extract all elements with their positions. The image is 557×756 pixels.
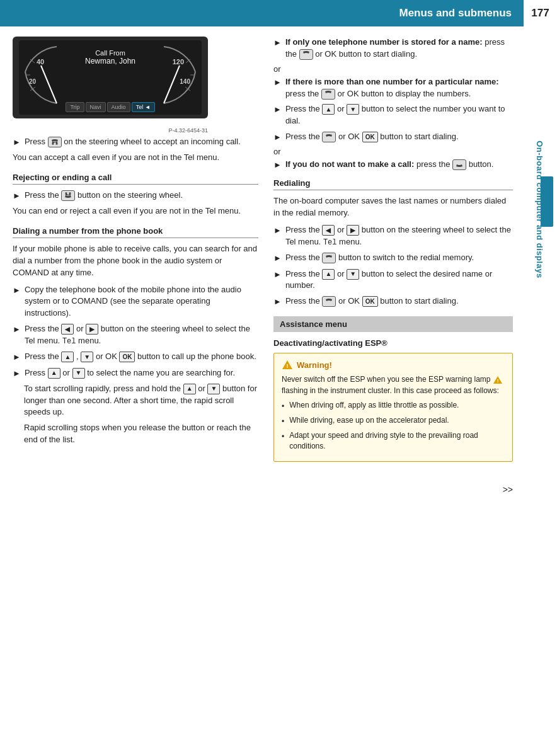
warning-bullet-2: • While driving, ease up on the accelera… bbox=[282, 415, 505, 427]
dashboard-inner: 40 120 20 140 Call From Newman, John Tri… bbox=[19, 40, 202, 115]
down-arrow-icon-pb4: ▼ bbox=[72, 368, 85, 379]
rd-step3-text: Press the ▲ or ▼ button to select the de… bbox=[285, 268, 513, 292]
warning-bullet-text-2: While driving, ease up on the accelerato… bbox=[289, 415, 449, 426]
up-arrow-right: ▲ bbox=[322, 104, 335, 115]
right-arrow-rd: ▶ bbox=[347, 225, 359, 236]
phone-book-intro: If your mobile phone is able to receive … bbox=[13, 243, 258, 279]
accept-call-bullet: ► Press on the steering wheel to accept … bbox=[13, 136, 258, 148]
phone-book-heading: Dialing a number from the phone book bbox=[13, 226, 258, 238]
rd-step3: ► Press the ▲ or ▼ button to select the … bbox=[273, 268, 513, 292]
dot-icon-2: • bbox=[282, 416, 284, 427]
call-display: Call From Newman, John bbox=[85, 49, 135, 66]
esp-warning-icon: ! bbox=[493, 375, 503, 384]
scroll-note: To start scrolling rapidly, press and ho… bbox=[24, 383, 258, 419]
up-arrow-icon-pb3: ▲ bbox=[61, 352, 74, 362]
up-arrow-scroll: ▲ bbox=[183, 384, 196, 394]
bullet-arrow-pb4: ► bbox=[13, 368, 21, 379]
svg-text:!: ! bbox=[497, 378, 499, 384]
nav-bar: Trip Navi Audio Tel ◄ bbox=[35, 102, 186, 112]
page-number: 177 bbox=[522, 0, 557, 26]
speed-140: 140 bbox=[180, 78, 190, 85]
nav-trip: Trip bbox=[66, 102, 84, 112]
pb-step2: ► Press the ◀ or ▶ button on the steerin… bbox=[13, 323, 258, 347]
svg-line-7 bbox=[164, 66, 180, 103]
pb-step2-text: Press the ◀ or ▶ button on the steering … bbox=[25, 323, 258, 347]
pb-step1-text: Copy the telephone book of the mobile ph… bbox=[25, 284, 258, 320]
rd-step4: ► Press the or OK OK button to start dia… bbox=[273, 295, 513, 307]
warning-body: Never switch off the ESP when you see th… bbox=[282, 374, 505, 396]
down-arrow-rd3: ▼ bbox=[347, 269, 359, 280]
up-down-select: ► Press the ▲ or ▼ button to select the … bbox=[273, 103, 513, 127]
phone-accept-icon2 bbox=[299, 49, 313, 60]
accept-call-note: You can accept a call even if you are no… bbox=[13, 152, 258, 164]
nav-navi: Navi bbox=[86, 102, 106, 112]
bullet-arrow-pb1: ► bbox=[13, 285, 21, 296]
call-name: Newman, John bbox=[85, 57, 135, 66]
reject-heading: Rejecting or ending a call bbox=[13, 173, 258, 185]
accept-call-text: Press on the steering wheel to accept an… bbox=[25, 136, 258, 148]
pb-step4-text: Press ▲ or ▼ to select the name you are … bbox=[25, 367, 258, 379]
right-column: ► If only one telephone number is stored… bbox=[273, 37, 519, 468]
up-down-text: Press the ▲ or ▼ button to select the nu… bbox=[285, 103, 513, 127]
down-arrow-scroll: ▼ bbox=[207, 384, 220, 394]
header-title-area: Menus and submenus bbox=[0, 0, 522, 26]
or-1: or bbox=[273, 64, 513, 74]
bullet-arrow-reject: ► bbox=[13, 190, 21, 202]
bullet-arrow-pb3: ► bbox=[13, 352, 21, 363]
pb-step4: ► Press ▲ or ▼ to select the name you ar… bbox=[13, 367, 258, 379]
no-call: ► If you do not want to make a call: pre… bbox=[273, 159, 513, 171]
bullet-arrow-updown: ► bbox=[273, 104, 282, 115]
bullet-arrow-nocall: ► bbox=[273, 159, 282, 171]
warning-box: ! Warning! Never switch off the ESP when… bbox=[273, 353, 513, 461]
nav-tel: Tel ◄ bbox=[132, 102, 155, 112]
bullet-arrow-pb2: ► bbox=[13, 324, 21, 335]
scroll-note2: Rapid scrolling stops when you release t… bbox=[24, 422, 258, 446]
up-arrow-icon-pb4: ▲ bbox=[48, 368, 60, 379]
phone-accept-rd2 bbox=[322, 253, 336, 263]
left-arrow-rd: ◀ bbox=[322, 225, 335, 236]
warning-bullet-3: • Adapt your speed and driving style to … bbox=[282, 430, 505, 452]
svg-text:!: ! bbox=[287, 363, 289, 369]
speed-120: 120 bbox=[173, 58, 184, 66]
right-arrow-icon: ▶ bbox=[86, 324, 98, 335]
pb-step3-text: Press the ▲ , ▼ or OK OK button to call … bbox=[25, 351, 258, 363]
deactivating-heading: Deactivating/activating ESP® bbox=[273, 338, 513, 348]
nav-audio: Audio bbox=[107, 102, 130, 112]
phone-accept-icon bbox=[48, 137, 62, 147]
left-column: 40 120 20 140 Call From Newman, John Tri… bbox=[13, 37, 258, 468]
rd-step2-text: Press the button to switch to the redial… bbox=[285, 252, 513, 264]
reject-text: Press the button on the steering wheel. bbox=[25, 190, 258, 202]
rd-step4-text: Press the or OK OK button to start diali… bbox=[285, 295, 513, 307]
bullet-arrow-accept: ► bbox=[13, 137, 21, 148]
ok-icon-rd4: OK bbox=[362, 296, 378, 307]
warning-title: ! Warning! bbox=[282, 360, 505, 370]
warning-bullet-text-1: When driving off, apply as little thrott… bbox=[289, 400, 459, 411]
pb-step3: ► Press the ▲ , ▼ or OK OK button to cal… bbox=[13, 351, 258, 363]
reject-note: You can end or reject a call even if you… bbox=[13, 205, 258, 217]
svg-line-6 bbox=[41, 66, 57, 103]
phone-end-icon bbox=[61, 190, 75, 201]
bullet-arrow-dial: ► bbox=[273, 132, 282, 143]
start-dial-text: Press the or OK OK button to start diali… bbox=[285, 131, 513, 143]
start-dial: ► Press the or OK OK button to start dia… bbox=[273, 131, 513, 143]
phone-accept-rd4 bbox=[322, 296, 336, 307]
warning-triangle-icon: ! bbox=[282, 360, 293, 370]
phone-accept-icon4 bbox=[322, 132, 336, 142]
down-arrow-right: ▼ bbox=[347, 104, 359, 115]
reject-bullet: ► Press the button on the steering wheel… bbox=[13, 190, 258, 202]
redialing-intro: The on-board computer saves the last nam… bbox=[273, 195, 513, 219]
rd-step1-text: Press the ◀ or ▶ button on the steering … bbox=[285, 224, 513, 248]
bullet-arrow-rd1: ► bbox=[273, 225, 282, 236]
if-one-text: If only one telephone number is stored f… bbox=[285, 37, 513, 60]
if-one-number: ► If only one telephone number is stored… bbox=[273, 37, 513, 60]
warning-bullet-1: • When driving off, apply as little thro… bbox=[282, 400, 505, 412]
bullet-arrow-more: ► bbox=[273, 77, 282, 88]
pb-step1: ► Copy the telephone book of the mobile … bbox=[13, 284, 258, 320]
page-header: Menus and submenus 177 bbox=[0, 0, 557, 26]
bullet-arrow-rd4: ► bbox=[273, 296, 282, 307]
bullet-arrow-one: ► bbox=[273, 37, 282, 49]
ok-icon-dial: OK bbox=[362, 132, 378, 142]
dashboard-image: 40 120 20 140 Call From Newman, John Tri… bbox=[13, 37, 208, 118]
call-line1: Call From bbox=[85, 49, 135, 57]
bullet-arrow-rd3: ► bbox=[273, 269, 282, 280]
